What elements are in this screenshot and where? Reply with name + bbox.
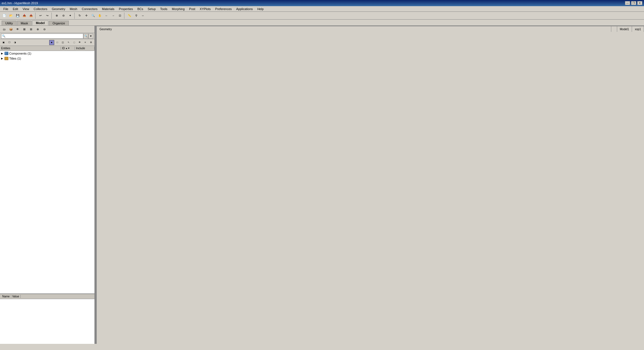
expand-all-btn[interactable]: ⊕ — [35, 26, 41, 32]
left-entity-toolbar: 🗂 📦 👁 ⊠ ⊞ ⊕ ⊖ — [0, 26, 94, 33]
maximize-button[interactable]: ❐ — [631, 1, 636, 5]
menubar: File Edit View Collectors Geometry Mesh … — [0, 6, 644, 12]
menu-collectors[interactable]: Collectors — [31, 7, 49, 11]
zoom-button[interactable]: 🔍 — [90, 13, 96, 19]
tab-model[interactable]: Model — [32, 20, 48, 25]
fit-view[interactable]: ⊡ — [117, 13, 123, 19]
value-col: Value — [11, 295, 21, 298]
rotate-button[interactable]: ↻ — [77, 13, 83, 19]
show-all-btn[interactable]: ▣ — [1, 40, 6, 45]
tree-toggle-titles[interactable]: ▶ — [1, 57, 4, 60]
components-label: Components (1) — [9, 52, 31, 55]
probe-button[interactable]: ⚲ — [133, 13, 139, 19]
menu-morphing[interactable]: Morphing — [170, 7, 187, 11]
tree-item-components[interactable]: ▶ Components (1) — [0, 51, 94, 56]
menu-xyplots[interactable]: XYPlots — [198, 7, 213, 11]
status-solver: xop1 — [632, 26, 644, 32]
collapse-all-btn[interactable]: ⊖ — [41, 26, 48, 32]
distance-button[interactable]: ↔ — [140, 13, 146, 19]
entity-col-id: ID ▲▼ — [61, 47, 75, 50]
titlebar-controls: — ❐ ✕ — [625, 1, 642, 5]
components-icon — [4, 52, 8, 55]
settings-btn[interactable]: ⚙ — [88, 40, 93, 45]
save-button[interactable]: 💾 — [15, 13, 21, 19]
menu-file[interactable]: File — [1, 7, 11, 11]
sep3 — [74, 13, 75, 19]
zoom-out[interactable]: → — [110, 13, 116, 19]
entity-header: Entities ID ▲▼ Include — [0, 46, 94, 51]
render-solid-btn[interactable]: ■ — [49, 40, 54, 45]
search-options-button[interactable]: ▼ — [88, 34, 93, 39]
new-button[interactable]: 📄 — [1, 13, 7, 19]
menu-geometry[interactable]: Geometry — [49, 7, 67, 11]
menu-setup[interactable]: Setup — [145, 7, 158, 11]
menu-connectors[interactable]: Connectors — [79, 7, 100, 11]
zoom-in[interactable]: ← — [103, 13, 110, 19]
search-row: 🔍 ▼ — [0, 33, 94, 39]
sep2 — [51, 13, 53, 19]
sep4 — [124, 13, 125, 19]
icon-toolbar: ▣ ☐ ◑ ■ □ ◫ ↖ ◌ 👁 ≡ ⚙ — [0, 39, 94, 46]
select-by-id[interactable]: ✦ — [67, 13, 73, 19]
menu-view[interactable]: View — [20, 7, 32, 11]
name-value-header: Name Value — [0, 294, 94, 299]
menu-bcs[interactable]: BCs — [135, 7, 146, 11]
tab-organize[interactable]: Organize — [49, 21, 69, 25]
menu-materials[interactable]: Materials — [100, 7, 117, 11]
cursor-btn[interactable]: ↖ — [66, 40, 71, 45]
select-button[interactable]: ⊕ — [54, 13, 60, 19]
tree-toggle-components[interactable]: ▶ — [1, 52, 4, 55]
entity-tree: ▶ Components (1) ▶ Titles (1) — [0, 51, 94, 293]
status-bar: Geometry Model1 xop1 — [97, 26, 644, 32]
titlebar: ex1.hm - HyperMesh 2019 — ❐ ✕ — [0, 0, 644, 6]
menu-preferences[interactable]: Preferences — [213, 7, 234, 11]
undo-button[interactable]: ↩ — [37, 13, 44, 19]
titles-label: Titles (1) — [9, 57, 21, 60]
close-button[interactable]: ✕ — [637, 1, 642, 5]
deselect-button[interactable]: ⊖ — [60, 13, 67, 19]
hide-all-btn[interactable]: ☐ — [7, 40, 12, 45]
entity-col-include: Include — [75, 47, 94, 50]
search-button[interactable]: 🔍 — [83, 34, 88, 39]
minimize-button[interactable]: — — [625, 1, 630, 5]
translate-button[interactable]: ✛ — [83, 13, 89, 19]
measure-button[interactable]: 📏 — [126, 13, 132, 19]
main-area: 🗂 📦 👁 ⊠ ⊞ ⊕ ⊖ 🔍 ▼ ▣ ☐ ◑ ■ □ ◫ — [0, 26, 644, 344]
search-input[interactable] — [1, 34, 83, 39]
titlebar-title: ex1.hm - HyperMesh 2019 — [2, 1, 38, 5]
render-wire-btn[interactable]: □ — [55, 40, 60, 45]
menu-mesh[interactable]: Mesh — [68, 7, 80, 11]
hide-btn[interactable]: ⊠ — [21, 26, 27, 32]
assembly-btn[interactable]: 📦 — [8, 26, 14, 32]
main-toolbar: 📄 📂 💾 📥 📤 ↩ ↪ ⊕ ⊖ ✦ ↻ ✛ 🔍 ✋ ← → ⊡ 📏 ⚲ ↔ — [0, 12, 644, 20]
export-button[interactable]: 📤 — [28, 13, 34, 19]
tab-mask[interactable]: Mask — [17, 21, 32, 25]
name-value-panel: Name Value — [0, 293, 94, 344]
tree-item-titles[interactable]: ▶ Titles (1) — [0, 56, 94, 61]
tab-utility[interactable]: Utility — [2, 21, 16, 25]
component-view-btn[interactable]: 🗂 — [1, 26, 7, 32]
menu-applications[interactable]: Applications — [234, 7, 255, 11]
menu-edit[interactable]: Edit — [11, 7, 20, 11]
status-middle — [611, 26, 617, 32]
entity-col-name: Entities — [0, 47, 61, 50]
show-btn[interactable]: 👁 — [15, 26, 21, 32]
status-model: Model1 — [617, 26, 632, 32]
layer-btn[interactable]: ≡ — [83, 40, 88, 45]
pan-button[interactable]: ✋ — [97, 13, 103, 19]
filter-btn[interactable]: ⊞ — [28, 26, 34, 32]
import-button[interactable]: 📥 — [21, 13, 27, 19]
menu-help[interactable]: Help — [255, 7, 266, 11]
left-panel: 🗂 📦 👁 ⊠ ⊞ ⊕ ⊖ 🔍 ▼ ▣ ☐ ◑ ■ □ ◫ — [0, 26, 95, 344]
menu-tools[interactable]: Tools — [158, 7, 170, 11]
menu-properties[interactable]: Properties — [117, 7, 135, 11]
open-button[interactable]: 📂 — [8, 13, 14, 19]
isolate-btn[interactable]: ◑ — [12, 40, 17, 45]
tab-row: Utility Mask Model Organize — [0, 20, 644, 26]
status-geometry: Geometry — [97, 26, 611, 32]
visible-btn[interactable]: 👁 — [77, 40, 82, 45]
redo-button[interactable]: ↪ — [44, 13, 50, 19]
menu-post[interactable]: Post — [187, 7, 198, 11]
render-shaded-btn[interactable]: ◫ — [60, 40, 65, 45]
transparent-btn[interactable]: ◌ — [72, 40, 77, 45]
